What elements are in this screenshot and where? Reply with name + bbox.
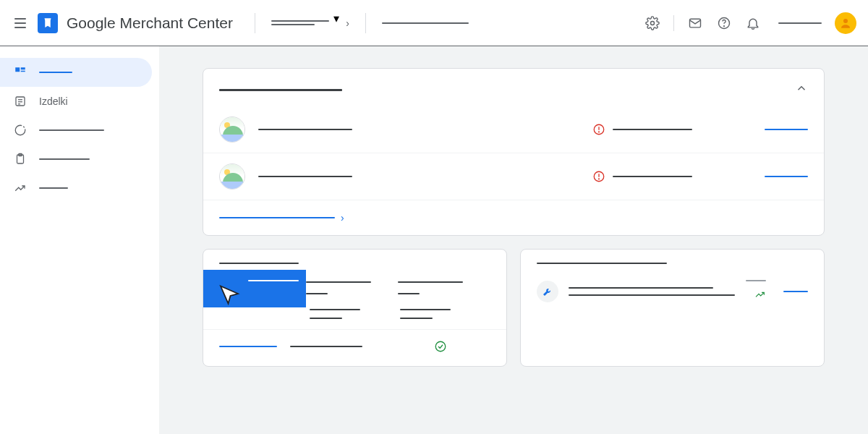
- notifications-icon[interactable]: [745, 15, 761, 31]
- user-avatar[interactable]: [835, 12, 856, 34]
- product-row[interactable]: [203, 106, 824, 153]
- chevron-right-icon: ›: [341, 212, 344, 224]
- sidebar-item-label: [39, 158, 90, 160]
- merchant-center-logo[interactable]: [38, 13, 58, 33]
- opportunity-row[interactable]: [521, 274, 824, 309]
- stat-cell[interactable]: [306, 274, 399, 303]
- sidebar: Izdelki: [0, 46, 159, 434]
- sidebar-item-label: [39, 129, 104, 131]
- product-action-link[interactable]: [765, 176, 808, 177]
- chevron-right-icon: ›: [346, 17, 349, 29]
- account-label[interactable]: [778, 22, 822, 24]
- product-name: [258, 129, 352, 130]
- mail-icon[interactable]: [687, 15, 703, 31]
- stat-clicks[interactable]: [203, 270, 306, 307]
- svg-point-4: [843, 19, 848, 23]
- opportunities-card: [520, 249, 825, 367]
- sidebar-item-label: [39, 72, 72, 73]
- help-icon[interactable]: [716, 15, 732, 31]
- trend-up-icon: [754, 289, 766, 303]
- stats-row: [203, 274, 506, 303]
- stat-cell[interactable]: [398, 274, 490, 303]
- footer-link[interactable]: [219, 346, 277, 347]
- alert-text: [613, 129, 692, 130]
- account-selector[interactable]: ▾ ›: [271, 20, 349, 25]
- divider: [365, 13, 366, 33]
- progress-icon: [13, 123, 27, 137]
- clipboard-icon: [13, 152, 27, 166]
- metric-label: [746, 280, 766, 281]
- card-title: [219, 89, 342, 91]
- alert-text: [613, 176, 692, 177]
- divider: [255, 13, 255, 33]
- card-title: [219, 263, 299, 264]
- opportunity-text: [569, 287, 736, 296]
- svg-point-0: [651, 21, 655, 25]
- app-header: Google Merchant Center ▾ ›: [0, 0, 868, 46]
- svg-point-20: [435, 341, 446, 352]
- product-action-link[interactable]: [765, 129, 808, 130]
- product-row[interactable]: [203, 153, 824, 200]
- sidebar-item-performance[interactable]: [0, 116, 152, 145]
- check-circle-icon: [434, 340, 447, 353]
- sidebar-item-growth[interactable]: [0, 174, 152, 203]
- cursor-icon: [216, 283, 242, 312]
- error-icon: [592, 123, 605, 136]
- product-alert: [592, 170, 752, 183]
- opportunity-link[interactable]: [783, 291, 808, 292]
- divider: [673, 15, 674, 31]
- product-thumbnail: [219, 116, 245, 142]
- sidebar-item-label: Izdelki: [39, 95, 68, 107]
- svg-point-19: [599, 179, 600, 179]
- sidebar-item-orders[interactable]: [0, 145, 152, 174]
- svg-point-16: [599, 132, 600, 132]
- app-title: Google Merchant Center: [67, 14, 233, 32]
- svg-rect-7: [21, 71, 25, 72]
- list-icon: [13, 94, 27, 109]
- collapse-icon[interactable]: [795, 82, 808, 98]
- menu-icon[interactable]: [12, 14, 29, 32]
- products-overview-card: ›: [203, 68, 825, 236]
- product-thumbnail: [219, 163, 245, 190]
- sidebar-item-izdelki[interactable]: Izdelki: [0, 87, 152, 116]
- view-all-link[interactable]: ›: [203, 200, 824, 235]
- error-icon: [592, 170, 605, 183]
- wrench-icon: [537, 281, 558, 302]
- trend-icon: [13, 181, 27, 195]
- settings-icon[interactable]: [644, 15, 660, 31]
- svg-point-3: [724, 25, 725, 26]
- dashboard-icon: [13, 65, 27, 80]
- search-input[interactable]: [382, 22, 469, 24]
- sidebar-item-label: [39, 187, 68, 189]
- header-actions: [644, 12, 856, 34]
- main-content: ›: [159, 46, 868, 434]
- svg-rect-5: [15, 67, 20, 72]
- card-title: [537, 263, 667, 264]
- card-footer: [203, 330, 506, 353]
- product-alert: [592, 123, 752, 136]
- product-name: [258, 176, 352, 177]
- stats-card: [203, 249, 507, 367]
- footer-text: [290, 346, 362, 347]
- sidebar-item-overview[interactable]: [0, 58, 152, 87]
- svg-rect-6: [21, 67, 25, 69]
